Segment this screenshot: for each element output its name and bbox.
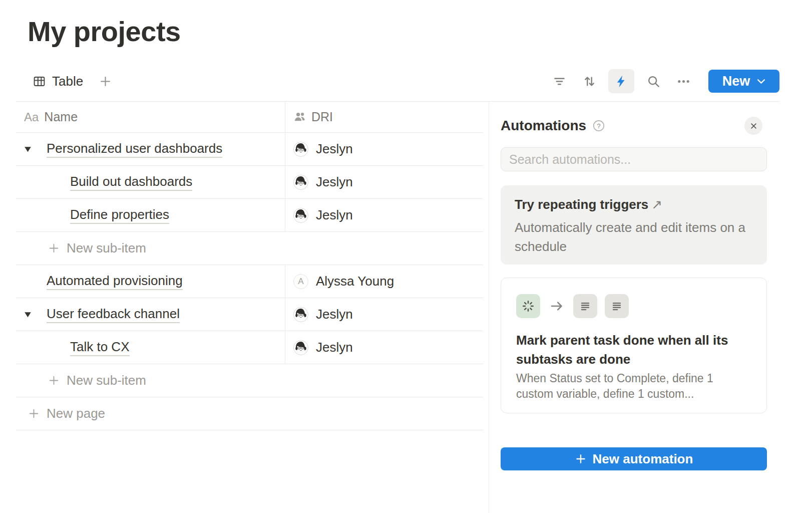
search-automations-input[interactable]	[501, 147, 767, 171]
more-options-button[interactable]	[672, 70, 694, 92]
person-name: Jeslyn	[316, 307, 353, 322]
table-row: User feedback channelJeslyn	[16, 298, 483, 331]
automations-panel: Automations ? Try repeating triggers↗ Au…	[489, 101, 812, 513]
new-row-label: New sub-item	[67, 373, 146, 388]
new-button-label: New	[722, 74, 750, 89]
table-row: Talk to CXJeslyn	[16, 331, 483, 364]
lightning-bolt-icon	[614, 74, 629, 89]
person-name: Jeslyn	[316, 340, 353, 355]
avatar-illustration	[293, 142, 308, 157]
table-dri-cell: Jeslyn	[285, 199, 483, 231]
row-title-link[interactable]: Define properties	[70, 207, 169, 224]
column-header-name[interactable]: Aa Name	[16, 102, 285, 132]
close-panel-button[interactable]	[744, 117, 762, 135]
new-sub-item-button[interactable]: New sub-item	[16, 364, 483, 397]
column-name-label: Name	[44, 110, 78, 124]
automations-button[interactable]	[608, 69, 634, 93]
help-button[interactable]: ?	[592, 119, 605, 132]
avatar-illustration	[293, 208, 308, 223]
close-icon	[749, 121, 758, 131]
person-name: Alyssa Young	[316, 274, 394, 289]
projects-table: Aa Name DRI Personalized user dashboards…	[16, 102, 483, 430]
plus-icon	[48, 374, 60, 387]
new-sub-item-button[interactable]: New sub-item	[16, 232, 483, 265]
new-automation-button[interactable]: New automation	[501, 447, 767, 470]
expand-toggle-icon[interactable]	[24, 311, 32, 318]
new-button[interactable]: New	[708, 70, 779, 93]
row-title-link[interactable]: Automated provisioning	[47, 273, 183, 290]
automation-flow-icons	[516, 294, 751, 318]
new-row-label: New page	[47, 406, 105, 421]
column-dri-label: DRI	[311, 110, 333, 124]
sort-button[interactable]	[578, 70, 600, 92]
new-row-label: New sub-item	[67, 240, 146, 256]
filter-icon	[552, 74, 567, 89]
table-row: Build out dashboardsJeslyn	[16, 166, 483, 199]
row-title-link[interactable]: Build out dashboards	[70, 174, 192, 191]
toolbar: Table	[33, 69, 779, 94]
table-name-cell: Define properties	[16, 199, 285, 231]
row-title-link[interactable]: Talk to CX	[70, 339, 130, 356]
new-page-button[interactable]: New page	[16, 397, 483, 430]
page-title: My projects	[28, 15, 181, 48]
avatar-initial: A	[293, 274, 308, 289]
tab-table[interactable]: Table	[33, 74, 83, 89]
plus-icon	[99, 75, 112, 88]
column-header-dri[interactable]: DRI	[285, 102, 483, 132]
search-icon	[646, 74, 661, 89]
table-name-cell: User feedback channel	[16, 298, 285, 331]
arrow-right-icon	[549, 299, 564, 314]
expand-toggle-icon[interactable]	[24, 146, 32, 152]
table-dri-cell: Jeslyn	[285, 166, 483, 198]
action-text-icon	[573, 294, 597, 318]
sort-icon	[582, 74, 597, 89]
table-dri-cell: Jeslyn	[285, 331, 483, 364]
avatar-illustration	[293, 175, 308, 190]
trigger-spinner-icon	[516, 294, 540, 318]
chevron-down-icon	[757, 79, 765, 84]
plus-icon	[28, 407, 40, 420]
text-type-icon: Aa	[24, 110, 39, 124]
table-row: Define propertiesJeslyn	[16, 199, 483, 232]
action-text-icon-2	[605, 294, 629, 318]
avatar-illustration	[293, 340, 308, 355]
table-name-cell: Build out dashboards	[16, 166, 285, 198]
automation-title: Mark parent task done when all its subta…	[516, 331, 751, 369]
panel-title: Automations	[501, 118, 586, 134]
person-name: Jeslyn	[316, 207, 353, 223]
view-tab-label: Table	[52, 74, 83, 89]
avatar-illustration	[293, 307, 308, 322]
table-body: Personalized user dashboardsJeslynBuild …	[16, 133, 483, 430]
table-name-cell: Personalized user dashboards	[16, 133, 285, 165]
repeating-triggers-promo-card[interactable]: Try repeating triggers↗ Automatically cr…	[501, 185, 767, 265]
promo-title: Try repeating triggers	[515, 197, 648, 212]
svg-text:?: ?	[597, 122, 601, 130]
table-view-icon	[33, 75, 46, 88]
automation-description: When Status set to Complete, define 1 cu…	[516, 371, 751, 402]
table-dri-cell: Jeslyn	[285, 133, 483, 165]
help-icon: ?	[592, 119, 605, 132]
ellipsis-icon	[676, 74, 691, 89]
add-view-button[interactable]	[94, 70, 116, 92]
table-dri-cell: Jeslyn	[285, 298, 483, 331]
row-title-link[interactable]: User feedback channel	[47, 306, 180, 323]
row-title-link[interactable]: Personalized user dashboards	[47, 141, 222, 158]
arrow-up-right-icon: ↗	[651, 197, 662, 212]
person-name: Jeslyn	[316, 141, 353, 157]
filter-button[interactable]	[548, 70, 570, 92]
table-row: Personalized user dashboardsJeslyn	[16, 133, 483, 166]
table-dri-cell: AAlyssa Young	[285, 265, 483, 298]
table-row: Automated provisioningAAlyssa Young	[16, 265, 483, 298]
person-name: Jeslyn	[316, 174, 353, 190]
table-name-cell: Automated provisioning	[16, 265, 285, 298]
plus-icon	[48, 242, 60, 254]
plus-icon	[575, 453, 587, 465]
table-name-cell: Talk to CX	[16, 331, 285, 364]
search-button[interactable]	[642, 70, 664, 92]
promo-description: Automatically create and edit items on a…	[515, 218, 753, 256]
people-icon	[293, 111, 306, 123]
table-header-row: Aa Name DRI	[16, 102, 483, 133]
new-automation-label: New automation	[593, 451, 693, 467]
automation-card[interactable]: Mark parent task done when all its subta…	[501, 278, 767, 413]
